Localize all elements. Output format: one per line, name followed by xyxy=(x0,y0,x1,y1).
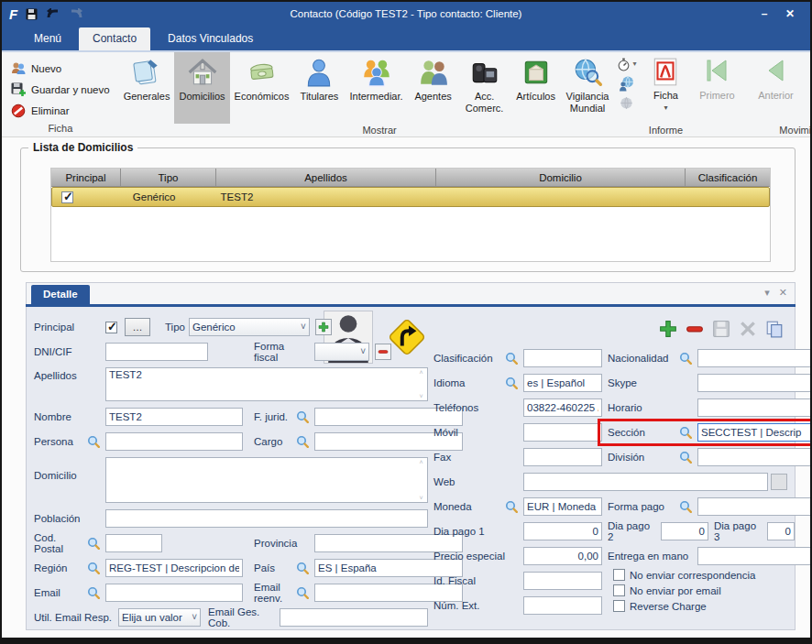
ficha-pdf-button[interactable]: Ficha ▾ xyxy=(640,52,691,124)
email-search-icon[interactable] xyxy=(87,586,100,599)
region-input[interactable] xyxy=(105,559,243,577)
f-jurid-search-icon[interactable] xyxy=(296,410,309,423)
reverse-charge-option[interactable]: Reverse Charge xyxy=(613,600,755,612)
domicilio-scroll-arrows[interactable]: ˄˅ xyxy=(417,459,425,501)
telefonos-input[interactable] xyxy=(523,398,602,417)
acc-comerc-button[interactable]: Acc. Comerc. xyxy=(459,52,510,124)
remove-button[interactable] xyxy=(686,320,704,338)
web-input[interactable] xyxy=(523,473,768,491)
intermediar-button[interactable]: Intermediar. xyxy=(345,52,407,124)
nacionalidad-input[interactable] xyxy=(697,349,812,367)
nacionalidad-search-icon[interactable] xyxy=(679,352,692,365)
domicilios-button[interactable]: Domicilios xyxy=(174,52,229,124)
add-button[interactable] xyxy=(659,320,677,338)
row-principal-checkbox[interactable] xyxy=(61,191,73,203)
timer-icon[interactable] xyxy=(617,58,631,71)
email-input[interactable] xyxy=(105,584,243,602)
cargo-search-icon[interactable] xyxy=(296,435,309,448)
nuevo-button[interactable]: Nuevo xyxy=(7,60,65,77)
no-enviar-correspondencia-checkbox[interactable] xyxy=(613,569,625,581)
guardar-y-nuevo-button[interactable]: Guardar y nuevo xyxy=(7,82,114,98)
cod-postal-search-icon[interactable] xyxy=(87,537,100,550)
forma-fiscal-select[interactable] xyxy=(314,343,369,361)
forma-pago-search-icon[interactable] xyxy=(679,500,692,513)
division-search-icon[interactable] xyxy=(679,451,692,464)
tab-detalle[interactable]: Detalle xyxy=(31,285,90,304)
col-domicilio[interactable]: Domicilio xyxy=(436,169,686,187)
generales-button[interactable]: Generales xyxy=(119,52,175,124)
copy-button[interactable] xyxy=(765,320,784,338)
skype-input[interactable] xyxy=(697,374,812,392)
agentes-button[interactable]: Agentes xyxy=(408,52,459,124)
col-clasificacion[interactable]: Clasificación xyxy=(686,169,770,187)
anterior-button[interactable]: Anterior xyxy=(750,52,801,124)
col-tipo[interactable]: Tipo xyxy=(121,169,216,187)
persona-input[interactable] xyxy=(105,432,243,451)
nombre-input[interactable] xyxy=(105,408,243,426)
idioma-search-icon[interactable] xyxy=(505,377,518,389)
clasificacion-search-icon[interactable] xyxy=(505,352,518,365)
dia-pago2-input[interactable] xyxy=(661,522,708,540)
idioma-input[interactable] xyxy=(523,374,602,392)
no-enviar-por-email-option[interactable]: No enviar por email xyxy=(613,584,755,596)
tab-contacto[interactable]: Contacto xyxy=(79,27,150,50)
articulos-button[interactable]: Artículos xyxy=(510,52,562,124)
email-ges-cob-input[interactable] xyxy=(280,608,428,627)
principal-checkbox[interactable] xyxy=(105,322,117,333)
seccion-input[interactable] xyxy=(697,423,812,442)
tipo-select[interactable]: Genérico xyxy=(189,318,310,336)
cod-postal-input[interactable] xyxy=(105,534,162,552)
add-tipo-button[interactable] xyxy=(315,319,332,335)
ellipsis-button[interactable]: … xyxy=(125,318,150,336)
globe-person-icon[interactable] xyxy=(619,76,634,92)
save-record-button[interactable] xyxy=(712,320,730,338)
tab-menu[interactable]: Menú xyxy=(20,27,75,50)
util-email-resp-select[interactable]: Elija un valor xyxy=(118,608,201,627)
clasificacion-input[interactable] xyxy=(523,349,602,367)
seccion-search-icon[interactable] xyxy=(679,426,692,439)
remove-tipo-button[interactable] xyxy=(375,344,391,360)
horario-input[interactable] xyxy=(697,398,812,417)
panel-close-icon[interactable]: ✕ xyxy=(779,287,787,299)
moneda-search-icon[interactable] xyxy=(505,500,518,513)
moneda-input[interactable] xyxy=(523,497,602,516)
movil-input[interactable] xyxy=(523,423,602,442)
dia-pago3-input[interactable] xyxy=(767,522,795,540)
num-ext-input[interactable] xyxy=(523,596,602,615)
close-button[interactable]: ✕ xyxy=(779,5,801,22)
col-principal[interactable]: Principal xyxy=(51,169,121,187)
eliminar-button[interactable]: Eliminar xyxy=(7,103,73,119)
primero-button[interactable]: Primero xyxy=(691,52,742,124)
pais-search-icon[interactable] xyxy=(296,562,309,574)
titulares-button[interactable]: Titulares xyxy=(293,52,345,124)
division-input[interactable] xyxy=(697,448,812,466)
siguiente-button[interactable]: Siguiente xyxy=(808,52,812,124)
col-apellidos[interactable]: Apellidos xyxy=(216,169,436,187)
entrega-en-mano-input[interactable] xyxy=(697,547,812,565)
pdf-dropdown-caret[interactable]: ▾ xyxy=(664,104,667,112)
open-web-button[interactable] xyxy=(771,474,787,490)
apellidos-textarea[interactable]: TEST2 xyxy=(105,367,428,401)
cancel-button[interactable] xyxy=(739,320,757,338)
apellidos-scroll-arrows[interactable]: ˄˅ xyxy=(417,369,425,399)
poblacion-input[interactable] xyxy=(105,509,428,528)
reverse-charge-checkbox[interactable] xyxy=(613,600,625,612)
no-enviar-por-email-checkbox[interactable] xyxy=(613,584,625,596)
economicos-button[interactable]: Económicos xyxy=(230,52,294,124)
minimize-button[interactable]: – xyxy=(753,5,775,22)
id-fiscal-input[interactable] xyxy=(523,572,602,590)
no-enviar-correspondencia-option[interactable]: No enviar correspondencia xyxy=(613,569,755,581)
region-search-icon[interactable] xyxy=(87,562,100,574)
panel-dropdown-caret[interactable]: ▾ xyxy=(764,287,770,299)
tab-datos-vinculados[interactable]: Datos Vinculados xyxy=(154,27,267,50)
precio-especial-input[interactable] xyxy=(523,547,602,565)
vigilancia-mundial-button[interactable]: Vigilancia Mundial xyxy=(562,52,614,124)
persona-search-icon[interactable] xyxy=(87,435,100,448)
fax-input[interactable] xyxy=(523,448,602,466)
timer-dropdown-caret[interactable]: ▾ xyxy=(632,60,636,68)
dni-cif-input[interactable] xyxy=(105,343,208,361)
dia-pago1-input[interactable] xyxy=(523,522,602,540)
forma-pago-input[interactable] xyxy=(697,497,812,516)
table-row[interactable]: Genérico TEST2 xyxy=(51,187,770,207)
email-reenv-search-icon[interactable] xyxy=(296,586,309,599)
